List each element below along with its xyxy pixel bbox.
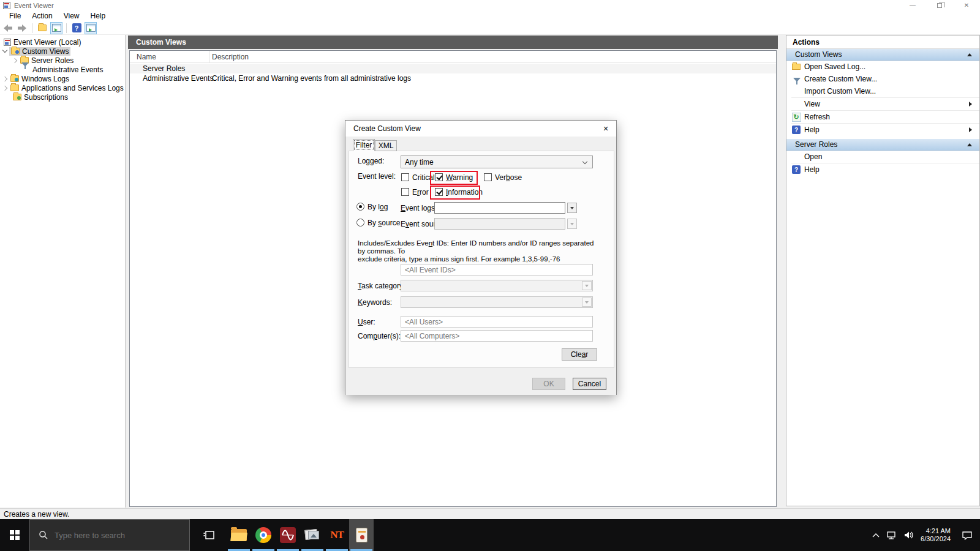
section-header-label: Custom Views xyxy=(795,50,842,59)
action-help-server-roles[interactable]: ? Help xyxy=(786,163,979,176)
computers-input[interactable]: <All Computers> xyxy=(401,330,593,342)
menu-action[interactable]: Action xyxy=(26,10,58,21)
dialog-close-button[interactable]: ✕ xyxy=(595,121,616,137)
tray-chevron-up-icon[interactable] xyxy=(872,532,880,538)
critical-checkbox[interactable] xyxy=(401,173,409,181)
nt-letters-icon: NT xyxy=(330,529,344,541)
column-divider[interactable] xyxy=(209,51,209,63)
row-description: Critical, Error and Warning events from … xyxy=(212,74,411,83)
toolbar: ? xyxy=(0,21,980,35)
chrome-icon xyxy=(255,527,271,543)
action-import-custom-view[interactable]: Import Custom View... xyxy=(786,85,979,97)
sine-app-taskbar-button[interactable] xyxy=(276,519,300,551)
back-button[interactable] xyxy=(2,22,14,34)
show-action-pane-button[interactable] xyxy=(85,22,97,34)
action-create-custom-view[interactable]: Create Custom View... xyxy=(786,73,979,85)
error-checkbox[interactable] xyxy=(401,188,409,196)
window-title: Event Viewer xyxy=(14,2,54,9)
by-source-label[interactable]: By source xyxy=(368,219,400,227)
nt-app-taskbar-button[interactable]: NT xyxy=(325,519,349,551)
menu-view[interactable]: View xyxy=(58,10,85,21)
tree-item-applications-services-logs[interactable]: Applications and Services Logs xyxy=(0,83,126,92)
action-open[interactable]: Open xyxy=(786,151,979,163)
title-bar: Event Viewer — ✕ xyxy=(0,0,980,10)
chevron-right-icon[interactable] xyxy=(2,76,7,81)
collapse-icon[interactable] xyxy=(967,143,972,146)
export-folder-icon xyxy=(38,24,47,31)
action-center-icon[interactable] xyxy=(962,530,973,540)
minimize-button[interactable]: — xyxy=(899,0,926,10)
tree-item-server-roles[interactable]: Server Roles xyxy=(0,56,126,65)
show-console-tree-button[interactable] xyxy=(50,22,62,34)
action-view[interactable]: View xyxy=(786,98,979,110)
ok-button[interactable]: OK xyxy=(532,378,565,390)
photos-app-taskbar-button[interactable] xyxy=(300,519,325,551)
event-logs-input[interactable] xyxy=(434,202,565,214)
tree-label: Applications and Services Logs xyxy=(21,84,124,92)
event-ids-input[interactable]: <All Event IDs> xyxy=(401,264,593,276)
chevron-down-icon[interactable] xyxy=(2,48,7,53)
tab-xml[interactable]: XML xyxy=(375,140,397,151)
taskbar-clock[interactable]: 4:21 AM 6/30/2024 xyxy=(921,527,951,543)
start-button[interactable] xyxy=(0,519,29,551)
restore-button[interactable] xyxy=(926,0,953,10)
event-logs-dropdown-button[interactable] xyxy=(567,203,577,213)
back-arrow-icon xyxy=(3,24,13,32)
file-explorer-icon xyxy=(231,529,247,541)
error-label[interactable]: Error xyxy=(412,188,429,197)
task-category-dropdown xyxy=(401,280,593,291)
taskbar: NT 4:21 AM 6/30/2024 xyxy=(0,519,980,551)
tree-item-windows-logs[interactable]: Windows Logs xyxy=(0,74,126,83)
collapse-icon[interactable] xyxy=(967,53,972,56)
file-explorer-taskbar-button[interactable] xyxy=(227,519,251,551)
user-placeholder: <All Users> xyxy=(405,318,443,326)
action-refresh[interactable]: ↻ Refresh xyxy=(786,111,979,123)
column-description[interactable]: Description xyxy=(212,53,249,61)
chrome-taskbar-button[interactable] xyxy=(251,519,276,551)
event-viewer-taskbar-button[interactable] xyxy=(349,519,374,551)
search-input[interactable] xyxy=(55,531,177,540)
task-view-button[interactable] xyxy=(197,519,222,551)
actions-section-server-roles[interactable]: Server Roles xyxy=(786,139,979,151)
list-column-header[interactable]: Name Description xyxy=(130,51,776,63)
clear-button[interactable]: Clear xyxy=(562,348,597,361)
tree-item-event-viewer-local[interactable]: Event Viewer (Local) xyxy=(0,37,126,47)
chevron-right-icon[interactable] xyxy=(12,58,17,62)
help-toolbar-button[interactable]: ? xyxy=(70,22,83,34)
by-log-label[interactable]: By log xyxy=(368,203,388,211)
verbose-checkbox[interactable] xyxy=(484,173,492,181)
volume-icon[interactable] xyxy=(903,530,914,540)
table-row[interactable]: Administrative Events Critical, Error an… xyxy=(130,73,776,83)
tab-filter[interactable]: Filter xyxy=(353,139,375,151)
menu-file[interactable]: File xyxy=(4,10,26,21)
user-input[interactable]: <All Users> xyxy=(401,316,593,328)
table-row[interactable]: Server Roles xyxy=(130,64,776,73)
tree-item-custom-views[interactable]: Custom Views xyxy=(0,47,126,56)
close-button[interactable]: ✕ xyxy=(953,0,980,10)
by-log-radio[interactable] xyxy=(356,203,364,211)
event-viewer-app-icon xyxy=(3,2,10,9)
tree-item-administrative-events[interactable]: Administrative Events xyxy=(0,65,126,74)
network-icon[interactable] xyxy=(886,530,897,540)
actions-section-custom-views[interactable]: Custom Views xyxy=(786,49,979,61)
logged-dropdown[interactable]: Any time xyxy=(401,156,593,168)
export-button[interactable] xyxy=(36,22,48,34)
verbose-label[interactable]: Verbose xyxy=(495,173,522,182)
by-source-radio[interactable] xyxy=(356,219,364,227)
action-help[interactable]: ? Help xyxy=(786,124,979,136)
tree-item-subscriptions[interactable]: Subscriptions xyxy=(0,92,126,102)
status-bar: Creates a new view. xyxy=(0,508,980,519)
open-folder-icon xyxy=(791,62,801,72)
chevron-right-icon[interactable] xyxy=(2,85,7,90)
toolbar-separator xyxy=(32,23,32,33)
menu-help[interactable]: Help xyxy=(85,10,111,21)
cancel-button[interactable]: Cancel xyxy=(573,378,606,390)
forward-button[interactable] xyxy=(16,22,28,34)
windows-logs-folder-icon xyxy=(10,75,19,82)
refresh-icon: ↻ xyxy=(791,113,801,122)
computers-label: Computer(s): xyxy=(358,332,401,340)
help-icon: ? xyxy=(791,126,801,135)
column-name[interactable]: Name xyxy=(137,53,156,61)
action-open-saved-log[interactable]: Open Saved Log... xyxy=(786,61,979,73)
taskbar-search[interactable] xyxy=(29,519,190,551)
